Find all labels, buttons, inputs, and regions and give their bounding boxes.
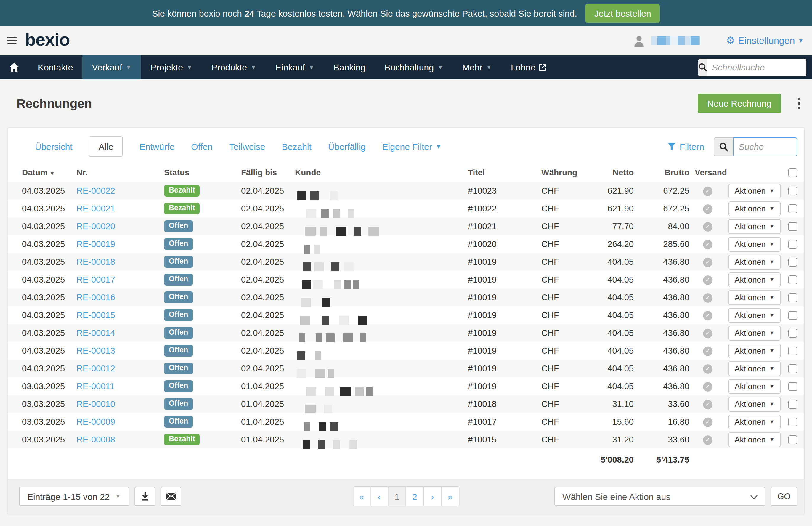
invoice-number-link[interactable]: RE-00009	[76, 417, 115, 426]
col-kunde[interactable]: Kunde	[295, 167, 468, 177]
actions-button[interactable]: Aktionen▼	[729, 290, 781, 305]
nav-item-home[interactable]	[0, 55, 28, 79]
tab-teilweise[interactable]: Teilweise	[229, 142, 265, 152]
prev-page-button[interactable]: ‹	[371, 486, 388, 507]
nav-item-einkauf[interactable]: Einkauf▼	[266, 55, 324, 79]
actions-button[interactable]: Aktionen▼	[729, 219, 781, 234]
user-avatar-icon[interactable]	[632, 33, 646, 48]
order-now-button[interactable]: Jetzt bestellen	[585, 4, 660, 22]
select-all-checkbox[interactable]	[788, 168, 797, 177]
invoice-number-link[interactable]: RE-00018	[76, 257, 115, 266]
row-checkbox[interactable]	[788, 293, 797, 302]
tab-bersicht[interactable]: Übersicht	[35, 142, 73, 152]
page-button-1[interactable]: 1	[388, 486, 406, 507]
nav-item-lhne[interactable]: Löhne	[501, 55, 555, 79]
invoice-number-link[interactable]: RE-00021	[76, 204, 115, 213]
email-button[interactable]	[160, 487, 181, 506]
invoice-number-link[interactable]: RE-00014	[76, 328, 115, 338]
invoice-number-link[interactable]: RE-00010	[76, 399, 115, 409]
row-checkbox[interactable]	[788, 435, 797, 444]
invoice-number-link[interactable]: RE-00015	[76, 310, 115, 320]
nav-item-kontakte[interactable]: Kontakte	[28, 55, 82, 79]
invoice-number-link[interactable]: RE-00016	[76, 293, 115, 302]
actions-button[interactable]: Aktionen▼	[729, 183, 781, 198]
actions-button[interactable]: Aktionen▼	[729, 414, 781, 429]
tab-bezahlt[interactable]: Bezahlt	[282, 142, 311, 152]
col-waehrung[interactable]: Währung	[541, 167, 600, 177]
nav-item-mehr[interactable]: Mehr▼	[453, 55, 501, 79]
invoice-number-link[interactable]: RE-00013	[76, 346, 115, 355]
col-nr[interactable]: Nr.	[76, 167, 164, 177]
nav-item-buchhaltung[interactable]: Buchhaltung▼	[375, 55, 453, 79]
entries-per-page-dropdown[interactable]: Einträge 1-15 von 22▼	[19, 487, 129, 506]
col-status[interactable]: Status	[164, 167, 241, 177]
row-checkbox[interactable]	[788, 346, 797, 355]
table-row: 03.03.2025RE-00010Offen01.04.2025#10018C…	[8, 395, 804, 413]
next-page-button[interactable]: ›	[424, 486, 441, 507]
col-faellig[interactable]: Fällig bis	[241, 167, 295, 177]
bulk-action-select[interactable]: Wählen Sie eine Aktion aus	[555, 487, 766, 506]
settings-menu[interactable]: ⚙ Einstellungen ▼	[726, 35, 804, 46]
row-checkbox[interactable]	[788, 399, 797, 408]
filter-toggle[interactable]: Filtern	[668, 142, 704, 152]
row-checkbox[interactable]	[788, 258, 797, 266]
nav-item-verkauf[interactable]: Verkauf▼	[82, 55, 141, 79]
go-button[interactable]: GO	[771, 487, 797, 506]
invoice-number-link[interactable]: RE-00017	[76, 275, 115, 284]
actions-button[interactable]: Aktionen▼	[729, 254, 781, 269]
invoice-title: #10019	[468, 346, 541, 355]
tab-entwrfe[interactable]: Entwürfe	[140, 142, 174, 152]
actions-button[interactable]: Aktionen▼	[729, 432, 781, 447]
tab-offen[interactable]: Offen	[191, 142, 213, 152]
tab-alle[interactable]: Alle	[89, 136, 123, 157]
row-checkbox[interactable]	[788, 239, 797, 248]
invoice-number-link[interactable]: RE-00008	[76, 435, 115, 444]
page-button-2[interactable]: 2	[406, 486, 424, 507]
row-checkbox[interactable]	[788, 417, 797, 426]
row-checkbox[interactable]	[788, 328, 797, 337]
hamburger-menu-icon[interactable]	[7, 37, 17, 45]
col-brutto[interactable]: Brutto	[634, 167, 690, 177]
row-checkbox[interactable]	[788, 311, 797, 320]
actions-button[interactable]: Aktionen▼	[729, 379, 781, 394]
actions-button[interactable]: Aktionen▼	[729, 361, 781, 376]
kebab-menu-icon[interactable]	[794, 97, 804, 111]
row-checkbox[interactable]	[788, 222, 797, 231]
actions-button[interactable]: Aktionen▼	[729, 308, 781, 323]
tab-berfllig[interactable]: Überfällig	[328, 142, 366, 152]
row-checkbox[interactable]	[788, 204, 797, 213]
nav-item-produkte[interactable]: Produkte▼	[202, 55, 266, 79]
actions-button[interactable]: Aktionen▼	[729, 272, 781, 287]
table-search-icon[interactable]	[714, 137, 733, 156]
row-checkbox[interactable]	[788, 186, 797, 195]
actions-button[interactable]: Aktionen▼	[729, 397, 781, 411]
col-titel[interactable]: Titel	[468, 167, 541, 177]
brutto-amount: 436.80	[634, 310, 690, 320]
actions-button[interactable]: Aktionen▼	[729, 325, 781, 340]
table-search-input[interactable]	[733, 137, 797, 156]
last-page-button[interactable]: »	[441, 486, 459, 507]
tab-eigenefilter[interactable]: Eigene Filter▼	[382, 142, 441, 152]
search-icon[interactable]	[698, 58, 707, 76]
new-invoice-button[interactable]: Neue Rechnung	[698, 93, 781, 113]
first-page-button[interactable]: «	[353, 486, 371, 507]
actions-button[interactable]: Aktionen▼	[729, 237, 781, 251]
invoice-title: #10017	[468, 417, 541, 426]
actions-button[interactable]: Aktionen▼	[729, 201, 781, 216]
invoice-number-link[interactable]: RE-00011	[76, 381, 114, 391]
invoice-number-link[interactable]: RE-00012	[76, 364, 115, 373]
col-netto[interactable]: Netto	[600, 167, 634, 177]
actions-button[interactable]: Aktionen▼	[729, 343, 781, 358]
col-versand[interactable]: Versand	[690, 167, 726, 177]
nav-item-projekte[interactable]: Projekte▼	[141, 55, 202, 79]
invoice-number-link[interactable]: RE-00020	[76, 221, 115, 231]
download-button[interactable]	[134, 487, 155, 506]
invoice-number-link[interactable]: RE-00019	[76, 239, 115, 249]
invoice-number-link[interactable]: RE-00022	[76, 186, 115, 195]
row-checkbox[interactable]	[788, 364, 797, 373]
nav-item-banking[interactable]: Banking	[324, 55, 375, 79]
row-checkbox[interactable]	[788, 382, 797, 391]
row-checkbox[interactable]	[788, 275, 797, 284]
quick-search-input[interactable]	[707, 58, 806, 76]
col-datum[interactable]: Datum▼	[22, 167, 76, 177]
